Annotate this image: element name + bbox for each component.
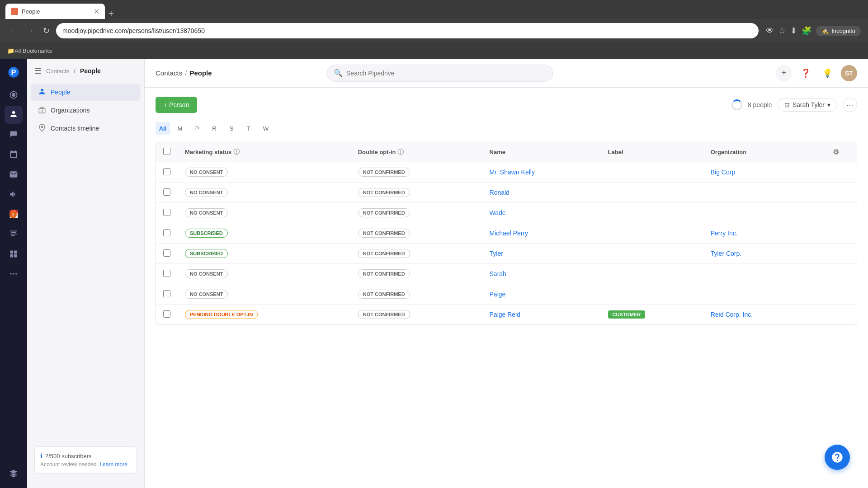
contacts-timeline-label: Contacts timeline [51,125,99,132]
td-marketing-6: NO CONSENT [178,284,351,305]
incognito-button[interactable]: 🕵 Incognito [816,26,861,36]
extensions-icon[interactable]: 🧩 [802,26,811,36]
loading-spinner [731,99,742,110]
select-all-checkbox[interactable] [163,148,170,155]
optin-info-icon[interactable]: ⓘ [397,148,404,155]
sidebar-section-title: People [80,67,101,75]
browser-chrome: People ✕ + ← → ↻ moodjoy.pipedrive.com/p… [0,0,868,59]
alpha-s-button[interactable]: S [224,122,239,135]
td-name-6[interactable]: Paige [482,284,601,305]
sidebar-item-campaigns[interactable] [5,185,23,203]
row-checkbox-5[interactable] [163,270,170,277]
td-marketing-5: NO CONSENT [178,264,351,284]
td-name-2[interactable]: Wade [482,203,601,223]
sidebar-item-people-link[interactable]: People [31,84,141,101]
subscribers-box: ℹ 2/500 subscribers Account review neede… [34,446,137,474]
td-name-4[interactable]: Tyler [482,244,601,264]
td-checkbox [156,162,178,183]
people-table-wrapper: Marketing status ⓘ Double opt-in ⓘ Name … [156,142,857,325]
alpha-r-button[interactable]: R [207,122,222,135]
alpha-all-button[interactable]: All [156,122,170,135]
row-checkbox-6[interactable] [163,290,170,297]
th-double-optin: Double opt-in ⓘ [351,142,482,162]
more-options-button[interactable]: ··· [843,98,857,112]
alpha-p-button[interactable]: P [190,122,204,135]
sidebar-item-integrations[interactable] [5,465,23,483]
address-bar[interactable]: moodjoy.pipedrive.com/persons/list/user/… [56,23,759,38]
row-checkbox-7[interactable] [163,310,170,318]
alpha-t-button[interactable]: T [241,122,256,135]
row-checkbox-4[interactable] [163,249,170,257]
sidebar-item-deals[interactable] [5,126,23,144]
search-input[interactable] [346,70,546,77]
th-settings[interactable]: ⚙ [816,142,857,162]
bookmarks-label: 📁 [7,47,14,54]
search-wrapper[interactable]: 🔍 [327,65,553,82]
sidebar-item-home[interactable] [5,86,23,104]
row-checkbox-1[interactable] [163,188,170,196]
table-row: SUBSCRIBED NOT CONFIRMED Tyler Tyler Cor… [156,244,857,264]
filter-icon: ⊟ [784,101,790,108]
td-checkbox [156,203,178,223]
td-name-7[interactable]: Paige Reid [482,305,601,325]
alpha-m-button[interactable]: M [173,122,187,135]
row-checkbox-2[interactable] [163,209,170,216]
alpha-w-button[interactable]: W [259,122,273,135]
td-name-5[interactable]: Sarah [482,264,601,284]
sidebar-item-calendar[interactable]: 📅3 [5,205,23,223]
learn-more-link[interactable]: Learn more [99,461,127,468]
refresh-button[interactable]: ↻ [40,24,52,37]
optin-badge-3: NOT CONFIRMED [358,229,410,238]
td-actions-6 [816,284,857,305]
sidebar-item-mail[interactable] [5,165,23,183]
back-button[interactable]: ← [7,24,20,37]
forward-button[interactable]: → [24,24,36,37]
td-name-3[interactable]: Michael Perry [482,223,601,244]
theme-button[interactable]: 💡 [819,65,835,81]
td-marketing-0: NO CONSENT [178,162,351,183]
column-settings-icon[interactable]: ⚙ [833,148,839,156]
app-logo[interactable]: P [5,64,22,80]
td-name-1[interactable]: Ronald [482,183,601,203]
sidebar-item-analytics[interactable] [5,225,23,243]
sidebar-item-organizations-link[interactable]: Organizations [31,102,141,119]
marketing-badge-2: NO CONSENT [185,208,228,217]
new-tab-button[interactable]: + [108,9,114,19]
help-button[interactable]: ❓ [797,65,814,81]
breadcrumb: Contacts / People [156,69,212,77]
search-icon: 🔍 [334,69,343,77]
sidebar-item-projects[interactable] [5,245,23,263]
add-person-button[interactable]: + Person [156,97,197,113]
tab-favicon [11,8,18,15]
star-icon[interactable]: ☆ [778,26,786,36]
td-optin-1: NOT CONFIRMED [351,183,482,203]
main-content: Contacts / People 🔍 + ❓ 💡 [145,59,868,488]
td-marketing-7: PENDING DOUBLE OPT-IN [178,305,351,325]
row-checkbox-0[interactable] [163,168,170,175]
browser-tab-active[interactable]: People ✕ [5,4,105,19]
sidebar-item-people[interactable] [5,106,23,124]
sidebar-header: ☰ Contacts / People [27,66,144,83]
help-fab[interactable] [825,445,850,470]
svg-rect-7 [14,254,17,258]
td-actions-4 [816,244,857,264]
tab-close-button[interactable]: ✕ [94,7,99,16]
marketing-badge-5: NO CONSENT [185,269,228,278]
td-optin-2: NOT CONFIRMED [351,203,482,223]
filter-button[interactable]: ⊟ Sarah Tyler ▾ [778,98,837,112]
td-org-4: Tyler Corp. [703,244,816,264]
sidebar-item-activities[interactable] [5,145,23,164]
sidebar-item-more[interactable] [5,265,23,283]
user-avatar[interactable]: ST [841,65,857,81]
row-checkbox-3[interactable] [163,229,170,236]
td-name-0[interactable]: Mr. Shawn Kelly [482,162,601,183]
marketing-info-icon[interactable]: ⓘ [233,148,240,155]
sidebar-toggle-icon[interactable]: ☰ [34,66,42,76]
add-button[interactable]: + [776,65,792,81]
td-label-2 [601,203,703,223]
browser-controls: ← → ↻ moodjoy.pipedrive.com/persons/list… [0,19,868,42]
subscribers-description: Account review needed. Learn more [40,461,131,468]
eye-off-icon[interactable]: 👁 [766,26,774,36]
sidebar-item-contacts-timeline-link[interactable]: Contacts timeline [31,120,141,137]
download-icon[interactable]: ⬇ [790,26,797,36]
